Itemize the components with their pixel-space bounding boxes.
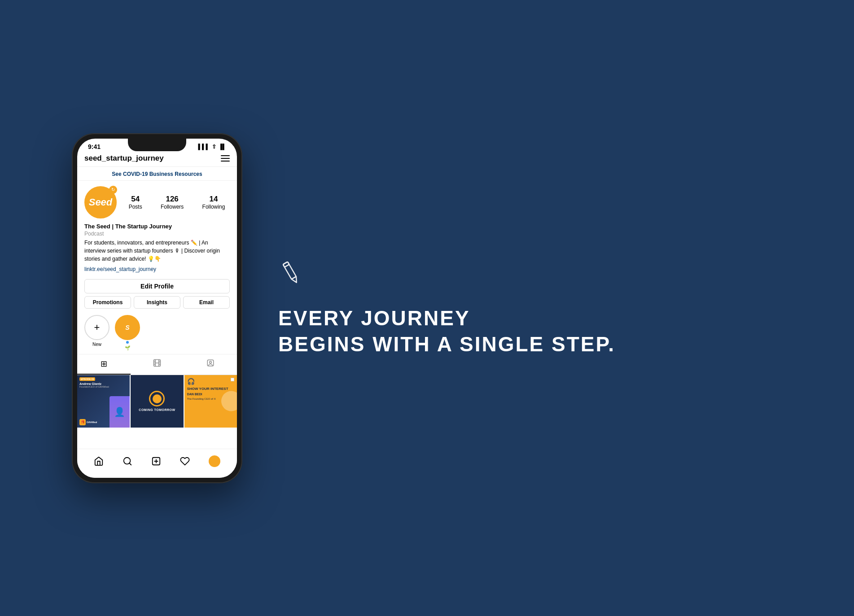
phone-wrapper: 9:41 ▌▌▌ ⇧ ▐▌ seed_startup_journey (72, 133, 242, 483)
svg-line-4 (129, 463, 131, 465)
story-add-icon: + (94, 322, 100, 333)
andrew-title: Founder/CEO of GiftAMeal (79, 385, 127, 388)
profile-section: Seed ↻ 54 Posts 126 Followers (77, 181, 237, 276)
covid-link[interactable]: See COVID-19 Business Resources (112, 171, 202, 177)
profile-name: The Seed | The Startup Journey (84, 223, 230, 230)
followers-label: Followers (161, 204, 184, 210)
svg-rect-8 (283, 262, 296, 279)
following-label: Following (202, 204, 225, 210)
pencil-icon (278, 259, 305, 286)
profile-link[interactable]: linktr.ee/seed_startup_journey (84, 266, 156, 272)
tab-reels[interactable] (131, 354, 184, 375)
btn-row: Promotions Insights Email (84, 296, 230, 309)
hamburger-line-3 (221, 161, 230, 162)
stats-row: 54 Posts 126 Followers 14 Following (124, 195, 230, 210)
nav-home[interactable] (92, 454, 105, 468)
svg-rect-11 (283, 262, 289, 267)
phone-shell: 9:41 ▌▌▌ ⇧ ▐▌ seed_startup_journey (72, 133, 242, 483)
posts-count: 54 (129, 195, 142, 204)
profile-top: Seed ↻ 54 Posts 126 Followers (84, 186, 230, 218)
story-new-label: New (92, 342, 101, 347)
story-fill-text: S (125, 324, 129, 331)
svg-marker-9 (292, 276, 299, 284)
hamburger-line-1 (221, 155, 230, 156)
show-interest-text: SHOW YOUR INTEREST (187, 387, 228, 391)
search-icon (123, 456, 132, 466)
coming-circle-inner (153, 394, 162, 403)
post-andrew[interactable]: EPISODE 09 Andrew Glantz Founder/CEO of … (77, 375, 130, 428)
tagline-line1: EVERY JOURNEY (278, 306, 615, 332)
following-count: 14 (202, 195, 225, 204)
email-button[interactable]: Email (183, 296, 230, 309)
add-icon (151, 456, 161, 466)
bottom-nav (77, 449, 237, 478)
story-circle-1[interactable]: S (115, 315, 140, 340)
heart-icon (180, 456, 190, 466)
ig-header: seed_startup_journey (77, 152, 237, 167)
nav-avatar (209, 455, 220, 467)
pencil-icon-wrapper (278, 259, 305, 288)
story-add-circle[interactable]: + (84, 315, 109, 340)
reels-icon (153, 359, 161, 369)
ig-username: seed_startup_journey (84, 154, 164, 163)
avatar-arrow-icon: ↻ (109, 186, 117, 194)
dan-bedi-name: DAN BEDI (187, 393, 202, 396)
right-side: EVERY JOURNEY BEGINS WITH A SINGLE STEP. (242, 259, 800, 357)
profile-category: Podcast (84, 231, 230, 237)
post-interest[interactable]: 🎧 SHOW YOUR INTEREST DAN BEDI The Foundi… (184, 375, 237, 428)
stories-row: + New S 🌱 (77, 311, 237, 354)
nav-add[interactable] (149, 454, 163, 468)
promotions-button[interactable]: Promotions (84, 296, 131, 309)
multi-post-indicator (231, 378, 234, 381)
status-time: 9:41 (88, 143, 101, 150)
stat-following[interactable]: 14 Following (202, 195, 225, 210)
hamburger-menu[interactable] (221, 155, 230, 162)
nav-heart[interactable] (178, 454, 192, 468)
tab-tagged[interactable] (184, 354, 237, 375)
profile-bio: For students, innovators, and entreprene… (84, 239, 230, 263)
home-icon (94, 456, 104, 466)
page-container: 9:41 ▌▌▌ ⇧ ▐▌ seed_startup_journey (0, 0, 854, 616)
stat-followers[interactable]: 126 Followers (161, 195, 184, 210)
stat-posts[interactable]: 54 Posts (129, 195, 142, 210)
tab-grid[interactable]: ⊞ (77, 354, 131, 375)
battery-icon: ▐▌ (219, 144, 226, 150)
story-fill: S (116, 316, 139, 339)
wifi-icon: ⇧ (212, 144, 216, 150)
headphones-icon: 🎧 (187, 378, 195, 385)
nav-search[interactable] (121, 454, 134, 468)
dan-bedi-title: The Founding CEO of X (187, 398, 216, 400)
tagline-line2: BEGINS WITH A SINGLE STEP. (278, 332, 615, 358)
tagline: EVERY JOURNEY BEGINS WITH A SINGLE STEP. (278, 306, 615, 357)
orange-decorative-circle (221, 391, 237, 411)
status-icons: ▌▌▌ ⇧ ▐▌ (198, 144, 226, 150)
episode-badge: EPISODE 09 (79, 377, 95, 381)
posts-label: Posts (129, 204, 142, 210)
hamburger-line-2 (221, 158, 230, 159)
posts-grid: EPISODE 09 Andrew Glantz Founder/CEO of … (77, 375, 237, 428)
svg-point-2 (209, 361, 211, 363)
coming-circle (149, 391, 165, 406)
action-buttons: Edit Profile Promotions Insights Email (77, 276, 237, 311)
story-item-1[interactable]: S 🌱 (115, 315, 140, 350)
content-tabs: ⊞ (77, 354, 237, 375)
andrew-name: Andrew Glantz (79, 382, 127, 385)
signal-icon: ▌▌▌ (198, 144, 210, 150)
phone-screen: 9:41 ▌▌▌ ⇧ ▐▌ seed_startup_journey (77, 139, 237, 478)
nav-profile[interactable] (207, 454, 222, 469)
story-dot (126, 341, 129, 344)
avatar-text: Seed (89, 197, 113, 208)
covid-banner[interactable]: See COVID-19 Business Resources (77, 167, 237, 181)
person-silhouette: 👤 (109, 396, 130, 428)
tagged-icon (206, 359, 215, 369)
phone-notch (128, 139, 186, 151)
grid-icon: ⊞ (101, 359, 107, 369)
story-item-new[interactable]: + New (84, 315, 109, 350)
edit-profile-button[interactable]: Edit Profile (84, 279, 230, 293)
coming-text: COMING TOMORROW (139, 408, 175, 411)
story-icon-label: 🌱 (125, 345, 130, 350)
insights-button[interactable]: Insights (134, 296, 180, 309)
followers-count: 126 (161, 195, 184, 204)
profile-avatar[interactable]: Seed ↻ (84, 186, 117, 218)
post-coming[interactable]: COMING TOMORROW (131, 375, 183, 428)
